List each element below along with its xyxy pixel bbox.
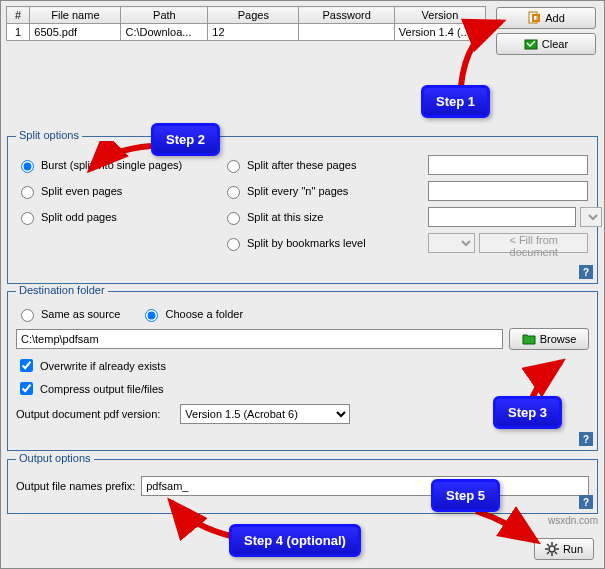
radio-bookmarks[interactable]: Split by bookmarks level: [222, 235, 422, 251]
radio-even[interactable]: Split even pages: [16, 183, 216, 199]
radio-odd[interactable]: Split odd pages: [16, 209, 216, 225]
radio-after-input[interactable]: [227, 160, 240, 173]
gear-icon: [545, 542, 559, 556]
radio-even-label: Split even pages: [41, 185, 122, 197]
radio-odd-label: Split odd pages: [41, 211, 117, 223]
check-overwrite-input[interactable]: [20, 359, 33, 372]
after-pages-input[interactable]: [428, 155, 588, 175]
add-file-icon: [527, 11, 541, 25]
file-table-area: # File name Path Pages Password Version …: [6, 6, 486, 41]
clear-icon: [524, 37, 538, 51]
run-button-label: Run: [563, 543, 583, 555]
col-filename[interactable]: File name: [30, 7, 121, 24]
output-options-panel: Output options Output file names prefix:…: [7, 459, 598, 514]
radio-same-input[interactable]: [21, 309, 34, 322]
bookmark-level-select[interactable]: [428, 233, 475, 253]
radio-after-label: Split after these pages: [247, 159, 356, 171]
watermark: wsxdn.com: [548, 515, 598, 526]
radio-bookmarks-input[interactable]: [227, 238, 240, 251]
add-button[interactable]: Add: [496, 7, 596, 29]
radio-even-input[interactable]: [21, 186, 34, 199]
cell-num: 1: [7, 24, 30, 41]
radio-atsize[interactable]: Split at this size: [222, 209, 422, 225]
radio-everyn[interactable]: Split every "n" pages: [222, 183, 422, 199]
cell-filename: 6505.pdf: [30, 24, 121, 41]
check-compress-label: Compress output file/files: [40, 383, 164, 395]
check-compress-input[interactable]: [20, 382, 33, 395]
browse-button[interactable]: Browse: [509, 328, 589, 350]
atsize-input[interactable]: [428, 207, 576, 227]
check-overwrite[interactable]: Overwrite if already exists: [16, 356, 589, 375]
col-path[interactable]: Path: [121, 7, 208, 24]
dest-help-icon[interactable]: ?: [579, 432, 593, 446]
cell-path: C:\Downloa...: [121, 24, 208, 41]
prefix-input[interactable]: [141, 476, 589, 496]
svg-line-11: [555, 544, 557, 546]
callout-step-1: Step 1: [421, 85, 490, 118]
col-num[interactable]: #: [7, 7, 30, 24]
radio-after-pages[interactable]: Split after these pages: [222, 157, 422, 173]
check-compress[interactable]: Compress output file/files: [16, 379, 589, 398]
split-options-panel: Split options Burst (split into single p…: [7, 136, 598, 284]
split-help-icon[interactable]: ?: [579, 265, 593, 279]
table-row[interactable]: 1 6505.pdf C:\Downloa... 12 Version 1.4 …: [7, 24, 486, 41]
svg-point-3: [549, 546, 555, 552]
radio-everyn-input[interactable]: [227, 186, 240, 199]
cell-pages: 12: [208, 24, 299, 41]
svg-line-9: [555, 552, 557, 554]
browse-button-label: Browse: [540, 333, 577, 345]
destination-panel: Destination folder Same as source Choose…: [7, 291, 598, 451]
prefix-label: Output file names prefix:: [16, 480, 135, 492]
col-version[interactable]: Version: [394, 7, 485, 24]
clear-button[interactable]: Clear: [496, 33, 596, 55]
radio-choose-input[interactable]: [145, 309, 158, 322]
everyn-input[interactable]: [428, 181, 588, 201]
radio-bookmarks-label: Split by bookmarks level: [247, 237, 366, 249]
fill-from-document-button: < Fill from document: [479, 233, 588, 253]
file-action-buttons: Add Clear: [496, 7, 596, 55]
output-options-legend: Output options: [16, 452, 94, 464]
file-table[interactable]: # File name Path Pages Password Version …: [6, 6, 486, 41]
radio-same-source[interactable]: Same as source: [16, 306, 120, 322]
split-options-legend: Split options: [16, 129, 82, 141]
svg-line-8: [547, 544, 549, 546]
radio-choose-label: Choose a folder: [165, 308, 243, 320]
atsize-unit-select[interactable]: [580, 207, 602, 227]
destination-path-input[interactable]: [16, 329, 503, 349]
check-overwrite-label: Overwrite if already exists: [40, 360, 166, 372]
radio-same-label: Same as source: [41, 308, 120, 320]
callout-step-4: Step 4 (optional): [229, 524, 361, 557]
destination-legend: Destination folder: [16, 284, 108, 296]
add-button-label: Add: [545, 12, 565, 24]
cell-version: Version 1.4 (...: [394, 24, 485, 41]
output-help-icon[interactable]: ?: [579, 495, 593, 509]
radio-atsize-label: Split at this size: [247, 211, 323, 223]
output-pdf-version-select[interactable]: Version 1.5 (Acrobat 6): [180, 404, 350, 424]
radio-burst-label: Burst (split into single pages): [41, 159, 182, 171]
radio-choose-folder[interactable]: Choose a folder: [140, 306, 243, 322]
radio-odd-input[interactable]: [21, 212, 34, 225]
svg-line-10: [547, 552, 549, 554]
output-pdf-version-label: Output document pdf version:: [16, 408, 160, 420]
run-button[interactable]: Run: [534, 538, 594, 560]
folder-icon: [522, 332, 536, 346]
radio-everyn-label: Split every "n" pages: [247, 185, 348, 197]
radio-burst[interactable]: Burst (split into single pages): [16, 157, 216, 173]
col-password[interactable]: Password: [299, 7, 394, 24]
radio-atsize-input[interactable]: [227, 212, 240, 225]
col-pages[interactable]: Pages: [208, 7, 299, 24]
clear-button-label: Clear: [542, 38, 568, 50]
cell-password: [299, 24, 394, 41]
radio-burst-input[interactable]: [21, 160, 34, 173]
